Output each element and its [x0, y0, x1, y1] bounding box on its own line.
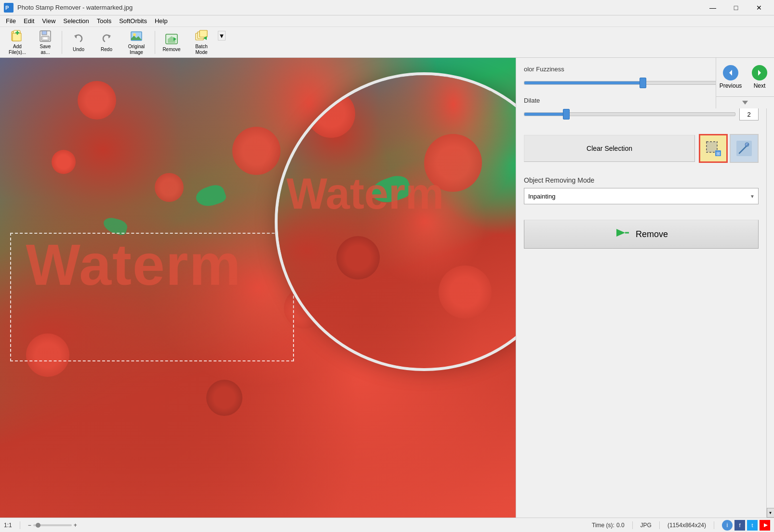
dilate-track[interactable]	[524, 112, 735, 116]
zoom-section: 1:1	[4, 522, 12, 529]
magnify-inner: Waterm	[278, 75, 516, 368]
color-fuzziness-track[interactable]	[524, 81, 740, 85]
original-icon	[130, 29, 143, 43]
flower-6	[26, 333, 69, 377]
magic-wand-icon	[735, 140, 753, 157]
magnify-bg: Waterm	[278, 75, 516, 368]
zoom-minus-icon[interactable]: −	[28, 522, 31, 529]
twitter-icon[interactable]: t	[747, 520, 758, 531]
maximize-button[interactable]: □	[725, 0, 747, 15]
window-title: Photo Stamp Remover - watermarked.jpg	[17, 4, 133, 11]
next-label: Next	[754, 82, 766, 89]
save-icon	[39, 29, 52, 43]
svg-rect-9	[43, 37, 48, 40]
dilate-thumb[interactable]	[563, 109, 570, 120]
zoom-thumb[interactable]	[36, 523, 40, 528]
watermark-text: Waterm	[26, 231, 242, 298]
menu-help[interactable]: Help	[151, 16, 172, 26]
clear-selection-button[interactable]: Clear Selection	[524, 135, 695, 162]
zoom-slider[interactable]	[33, 524, 72, 526]
original-label: OriginalImage	[128, 44, 145, 55]
time-value: 0.0	[616, 522, 625, 529]
selection-icon: ⊞	[705, 140, 722, 157]
menu-tools[interactable]: Tools	[93, 16, 115, 26]
previous-button[interactable]: Previous	[716, 58, 745, 96]
previous-label: Previous	[720, 82, 742, 89]
scroll-down-button[interactable]: ▼	[767, 508, 774, 518]
magic-wand-button[interactable]	[730, 134, 759, 163]
flower-4	[155, 173, 184, 202]
prev-arrow-icon	[723, 65, 738, 80]
menu-softorbits[interactable]: SoftOrbits	[115, 16, 151, 26]
right-panel: ✕ olor Fuzziness Dilate	[516, 58, 766, 518]
remove-arrow-icon	[614, 226, 630, 242]
remove-button[interactable]: Remove	[524, 220, 759, 249]
svg-marker-35	[764, 523, 768, 527]
menu-file[interactable]: File	[2, 16, 20, 26]
facebook-icon[interactable]: f	[734, 520, 745, 531]
undo-icon	[72, 32, 85, 46]
batch-dropdown-arrow[interactable]: ▼	[218, 31, 226, 40]
magnify-circle: Waterm	[275, 72, 516, 371]
add-files-icon	[11, 29, 24, 43]
status-sep-2	[632, 521, 633, 529]
remove-label: Remove	[162, 47, 180, 52]
zoom-plus-icon[interactable]: +	[74, 522, 77, 529]
clear-selection-label: Clear Selection	[587, 145, 632, 152]
menu-edit[interactable]: Edit	[20, 16, 38, 26]
title-bar: P Photo Stamp Remover - watermarked.jpg …	[0, 0, 774, 15]
canvas-area[interactable]: Waterm Waterm	[0, 58, 516, 518]
redo-icon	[100, 32, 113, 46]
status-sep-4	[714, 521, 714, 529]
undo-button[interactable]: Undo	[65, 29, 92, 56]
svg-marker-22	[758, 70, 761, 76]
toolbar-sep-1	[62, 31, 62, 54]
nav-extra	[716, 97, 774, 108]
status-sep-3	[659, 521, 660, 529]
zoom-control: − +	[28, 522, 77, 529]
batch-mode-button[interactable]: BatchMode	[186, 29, 217, 56]
flower-2	[232, 127, 280, 175]
color-fuzziness-thumb[interactable]	[640, 78, 646, 88]
mag-flower-1	[307, 90, 355, 138]
youtube-icon[interactable]	[760, 520, 770, 531]
close-button[interactable]: ✕	[748, 0, 770, 15]
color-fuzziness-fill	[524, 81, 643, 84]
menu-selection[interactable]: Selection	[59, 16, 93, 26]
minimize-button[interactable]: —	[702, 0, 724, 15]
mag-flower-3	[336, 236, 380, 279]
toolbar-sep-2	[155, 31, 155, 54]
svg-text:⊞: ⊞	[716, 151, 720, 156]
app-icon: P	[4, 3, 13, 13]
removing-mode-select[interactable]: Inpainting Color Fill Texture Fill	[524, 188, 759, 204]
icon-button-group: ⊞	[699, 134, 759, 163]
svg-text:P: P	[5, 5, 9, 11]
redo-button[interactable]: Redo	[93, 29, 120, 56]
toolbar: AddFile(s)... Saveas... Undo	[0, 27, 774, 58]
save-as-button[interactable]: Saveas...	[32, 29, 59, 56]
time-section: Time (s): 0.0	[592, 522, 625, 529]
info-icon[interactable]: i	[722, 520, 733, 531]
svg-rect-19	[200, 30, 207, 37]
right-scrollbar[interactable]: ▲ ▼	[766, 58, 774, 518]
format-value: JPG	[641, 522, 652, 529]
menu-bar: File Edit View Selection Tools SoftOrbit…	[0, 15, 774, 27]
undo-label: Undo	[73, 47, 84, 52]
menu-view[interactable]: View	[38, 16, 59, 26]
dilate-value[interactable]: 2	[739, 108, 759, 120]
next-arrow-icon	[752, 65, 767, 80]
add-files-button[interactable]: AddFile(s)...	[4, 29, 31, 56]
dilate-fill	[524, 113, 566, 116]
title-bar-left: P Photo Stamp Remover - watermarked.jpg	[4, 3, 133, 13]
selection-icon-button[interactable]: ⊞	[699, 134, 728, 163]
removing-mode-wrapper: Inpainting Color Fill Texture Fill	[524, 188, 759, 204]
svg-marker-11	[108, 35, 111, 39]
original-image-button[interactable]: OriginalImage	[121, 29, 152, 56]
next-button[interactable]: Next	[745, 58, 774, 96]
svg-rect-7	[42, 31, 47, 35]
title-controls: — □ ✕	[702, 0, 770, 15]
remove-toolbar-button[interactable]: Remove	[158, 29, 185, 56]
buttons-row: Clear Selection ⊞	[524, 134, 759, 163]
status-bar: 1:1 − + Time (s): 0.0 JPG (1154x864x24) …	[0, 518, 774, 532]
svg-marker-21	[729, 70, 732, 76]
